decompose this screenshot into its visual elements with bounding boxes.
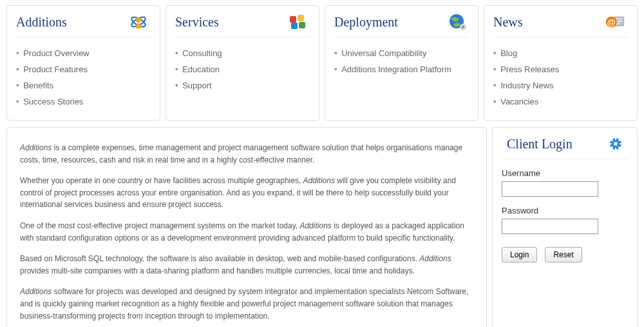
list-item[interactable]: Education xyxy=(175,61,310,77)
list-item[interactable]: Success Stories xyxy=(16,94,151,110)
login-title: Client Login xyxy=(502,137,573,152)
content-paragraph: Additions is a complete expenses, time m… xyxy=(20,142,473,166)
reset-button[interactable]: Reset xyxy=(545,247,582,263)
card-header: News @ xyxy=(493,12,628,37)
card-title: News xyxy=(493,15,523,30)
svg-point-17 xyxy=(614,142,618,146)
card-header: Services xyxy=(175,12,310,37)
list-item[interactable]: Industry News xyxy=(493,77,628,94)
card-news: News @ Blog Press Releases Industry News… xyxy=(484,5,638,121)
globe-icon xyxy=(444,12,469,32)
svg-point-2 xyxy=(136,17,141,23)
svg-rect-4 xyxy=(298,15,304,21)
list-item[interactable]: Support xyxy=(175,77,310,94)
login-header: Client Login xyxy=(502,134,628,159)
content-paragraph: One of the most cost-effective project m… xyxy=(20,220,473,244)
username-input[interactable] xyxy=(502,181,598,197)
list-item[interactable]: Blog xyxy=(493,45,628,61)
card-title: Additions xyxy=(16,15,67,30)
content-paragraph: Additions software for projects was deve… xyxy=(20,286,473,322)
card-deployment: Deployment Universal Compatibility Addit… xyxy=(325,5,478,121)
list-item[interactable]: Press Releases xyxy=(493,61,628,77)
svg-rect-18 xyxy=(615,137,616,140)
product-name: Additions xyxy=(299,221,331,230)
login-panel: Client Login xyxy=(492,127,638,327)
content-paragraph: Based on Microsoft SQL technology, the s… xyxy=(20,253,473,277)
cards-row: Additions Product Overview Product Featu… xyxy=(6,5,638,121)
password-input[interactable] xyxy=(502,219,598,234)
svg-rect-19 xyxy=(615,148,616,150)
gear-icon xyxy=(603,134,628,154)
list-item[interactable]: Additions Integration Platform xyxy=(334,61,469,77)
product-name: Additions xyxy=(20,287,52,296)
svg-rect-6 xyxy=(299,22,305,28)
list-item[interactable]: Vacancies xyxy=(493,94,628,110)
svg-rect-5 xyxy=(291,23,298,29)
svg-rect-21 xyxy=(620,143,622,144)
card-list: Blog Press Releases Industry News Vacanc… xyxy=(493,45,628,110)
atom-person-icon xyxy=(126,12,151,32)
main-row: Additions is a complete expenses, time m… xyxy=(6,127,638,327)
username-label: Username xyxy=(502,168,628,178)
list-item[interactable]: Product Features xyxy=(16,61,151,77)
card-header: Deployment xyxy=(334,12,469,37)
login-buttons: Login Reset xyxy=(502,247,628,263)
card-services: Services Consulting Education Support xyxy=(166,5,319,121)
list-item[interactable]: Universal Compatibility xyxy=(334,45,469,61)
content-paragraph: Whether you operate in one country or ha… xyxy=(20,175,473,211)
password-label: Password xyxy=(502,206,628,215)
svg-point-9 xyxy=(462,26,464,28)
card-list: Product Overview Product Features Benefi… xyxy=(16,45,151,110)
svg-rect-20 xyxy=(609,143,612,144)
card-title: Deployment xyxy=(334,15,398,30)
card-title: Services xyxy=(175,15,219,30)
card-additions: Additions Product Overview Product Featu… xyxy=(6,5,160,121)
card-header: Additions xyxy=(16,12,151,37)
list-item[interactable]: Product Overview xyxy=(16,45,151,61)
list-item[interactable]: Consulting xyxy=(175,45,310,61)
svg-rect-3 xyxy=(290,16,296,23)
puzzle-pieces-icon xyxy=(285,12,310,32)
content-panel: Additions is a complete expenses, time m… xyxy=(6,127,487,327)
at-news-icon: @ xyxy=(603,12,628,32)
product-name: Additions xyxy=(303,176,335,185)
list-item[interactable]: Benefits xyxy=(16,77,151,94)
card-list: Consulting Education Support xyxy=(175,45,310,94)
product-name: Additions xyxy=(419,254,451,263)
card-list: Universal Compatibility Additions Integr… xyxy=(334,45,469,77)
product-name: Additions xyxy=(20,143,52,152)
svg-text:@: @ xyxy=(607,17,616,27)
login-button[interactable]: Login xyxy=(502,247,537,263)
